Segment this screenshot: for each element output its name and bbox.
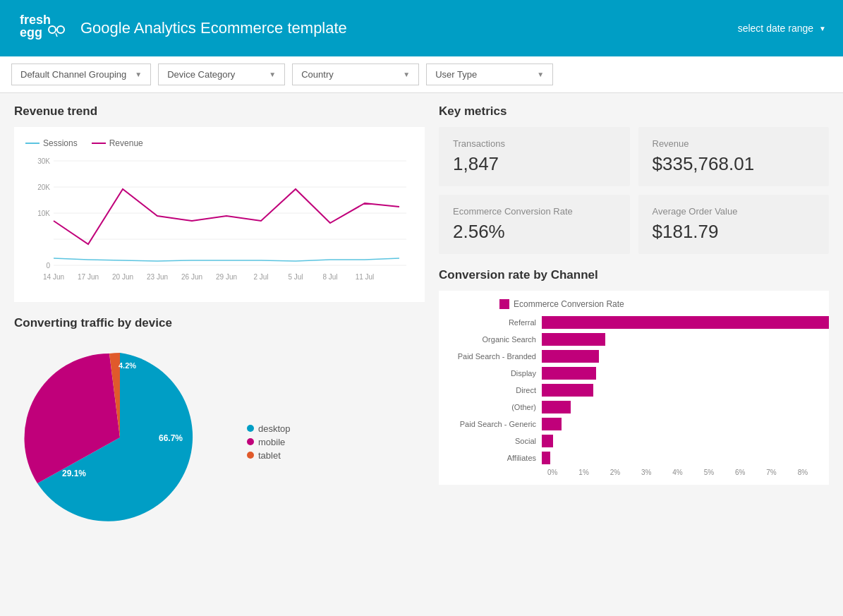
revenue-trend-chart: Sessions Revenue 30K [14,127,425,302]
bar-label-organic: Organic Search [450,335,542,344]
bar-track-affiliates [542,452,829,464]
bar-row-display: Display [450,367,829,380]
bar-fill-display [542,367,596,380]
svg-point-2 [49,26,56,33]
page-title: Google Analytics Ecommerce template [80,19,738,37]
metrics-grid: Transactions 1,847 Revenue $335,768.01 E… [439,127,829,254]
filter-channel-grouping[interactable]: Default Channel Grouping ▼ [11,64,151,85]
metric-conversion-label: Ecommerce Conversion Rate [453,206,616,217]
bar-chart-title: Conversion rate by Channel [439,268,829,282]
bar-label-paid-branded: Paid Search - Branded [450,352,542,361]
bar-track-social [542,435,829,447]
sessions-legend: Sessions [25,138,78,148]
metric-revenue-label: Revenue [653,138,815,149]
line-chart-svg: 30K 20K 10K 0 14 Jun 17 Jun 20 Jun 23 Ju… [25,154,413,288]
svg-text:20 Jun: 20 Jun [112,273,133,281]
date-range-chevron: ▼ [819,25,826,32]
bar-row-other: (Other) [450,401,829,413]
svg-text:8 Jul: 8 Jul [322,273,337,281]
metric-avg-order-label: Average Order Value [653,206,815,217]
bar-legend: Ecommerce Conversion Rate [450,299,829,309]
svg-point-3 [57,26,64,33]
metric-conversion-value: 2.56% [453,221,616,243]
bar-fill-direct [542,384,593,397]
bar-label-other: (Other) [450,403,542,411]
bar-row-affiliates: Affiliates [450,452,829,464]
bar-track-display [542,367,829,380]
pie-legend-desktop: desktop [247,423,291,434]
bar-row-direct: Direct [450,384,829,397]
bar-fill-paid-branded [542,350,599,363]
svg-text:23 Jun: 23 Jun [147,273,168,281]
revenue-legend-item: Revenue [92,138,143,148]
bar-fill-paid-generic [542,418,562,430]
x-label-8: 8% [798,469,829,476]
x-axis-labels: 0% 1% 2% 3% 4% 5% 6% 7% 8% [450,469,829,476]
bar-legend-label: Ecommerce Conversion Rate [514,299,624,309]
metric-avg-order-value: $181.79 [653,221,815,243]
filter-user-type[interactable]: User Type ▼ [426,64,553,85]
bar-row-paid-generic: Paid Search - Generic [450,418,829,430]
pie-legend-tablet: tablet [247,450,291,461]
pie-legend-mobile: mobile [247,437,291,447]
bar-row-social: Social [450,435,829,447]
bar-label-affiliates: Affiliates [450,454,542,462]
x-label-5: 5% [704,469,735,476]
svg-text:10K: 10K [37,210,50,217]
x-label-1: 1% [578,469,609,476]
freshegg-logo: fresh egg [17,8,66,48]
svg-text:2 Jul: 2 Jul [253,273,268,281]
svg-text:11 Jul: 11 Jul [356,273,375,281]
date-range-selector[interactable]: select date range ▼ [738,23,826,34]
svg-text:29 Jun: 29 Jun [216,273,237,281]
bar-label-direct: Direct [450,386,542,394]
pie-legend: desktop mobile tablet [247,423,291,464]
metric-transactions-value: 1,847 [453,153,616,175]
filter-chevron-1: ▼ [269,71,276,78]
bar-legend-box [499,299,509,309]
filter-device-category[interactable]: Device Category ▼ [158,64,285,85]
pie-chart-container: 66.7% 29.1% 4.2% [14,339,226,539]
bar-fill-referral [542,316,829,329]
bar-track-other [542,401,829,413]
svg-text:14 Jun: 14 Jun [43,273,64,281]
svg-text:20K: 20K [37,183,50,191]
bar-fill-social [542,435,553,447]
key-metrics-title: Key metrics [439,104,829,119]
svg-text:17 Jun: 17 Jun [78,273,99,281]
metric-revenue-value: $335,768.01 [653,153,815,175]
x-label-7: 7% [766,469,797,476]
svg-text:26 Jun: 26 Jun [181,273,202,281]
pie-chart-svg: 66.7% 29.1% 4.2% [14,339,226,536]
bar-row-paid-branded: Paid Search - Branded [450,350,829,363]
bar-chart-area: Ecommerce Conversion Rate Referral Organ… [439,291,829,485]
x-label-2: 2% [610,469,641,476]
metric-conversion-rate: Ecommerce Conversion Rate 2.56% [439,195,630,254]
svg-text:5 Jul: 5 Jul [288,273,303,281]
bar-track-paid-branded [542,350,829,363]
svg-text:66.7%: 66.7% [159,433,183,443]
svg-text:30K: 30K [37,157,50,165]
svg-text:4.2%: 4.2% [119,361,136,370]
bar-row-referral: Referral [450,316,829,329]
filter-bar: Default Channel Grouping ▼ Device Catego… [0,56,843,93]
bar-label-paid-generic: Paid Search - Generic [450,420,542,428]
bar-label-display: Display [450,369,542,378]
bar-track-direct [542,384,829,397]
metric-revenue: Revenue $335,768.01 [638,127,830,186]
revenue-trend-title: Revenue trend [14,104,425,119]
bar-row-organic: Organic Search [450,333,829,346]
metric-transactions-label: Transactions [453,138,616,149]
bar-label-social: Social [450,437,542,445]
revenue-legend: Sessions Revenue [25,138,413,148]
bar-fill-organic [542,333,605,346]
svg-line-4 [56,33,57,37]
metric-transactions: Transactions 1,847 [439,127,630,186]
filter-chevron-3: ▼ [537,71,544,78]
bar-label-referral: Referral [450,318,542,327]
svg-text:0: 0 [46,262,50,270]
svg-text:fresh: fresh [20,13,51,27]
x-label-0: 0% [547,469,578,476]
filter-country[interactable]: Country ▼ [292,64,419,85]
metric-avg-order: Average Order Value $181.79 [638,195,830,254]
